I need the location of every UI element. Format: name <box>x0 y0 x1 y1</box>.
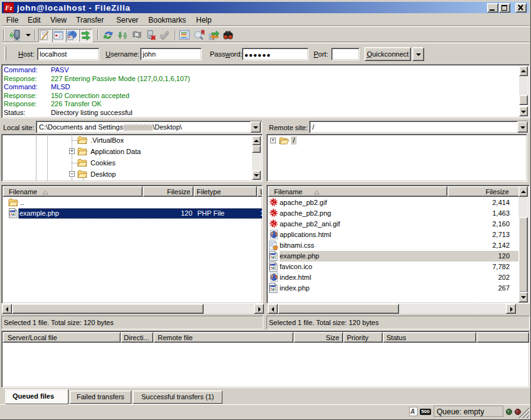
svg-text:Fz: Fz <box>4 4 13 11</box>
